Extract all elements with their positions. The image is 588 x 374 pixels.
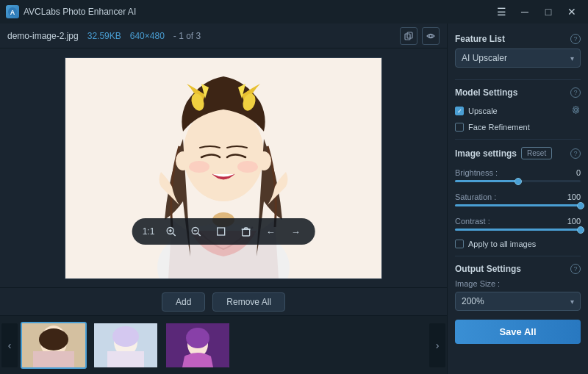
contrast-thumb[interactable]	[577, 226, 584, 234]
upscale-checkbox[interactable]	[455, 107, 464, 115]
maximize-button[interactable]: □	[538, 1, 559, 22]
image-canvas	[65, 57, 382, 279]
feature-list-title: Feature List	[455, 34, 505, 44]
output-size-chevron-icon: ▾	[570, 298, 574, 306]
remove-all-button[interactable]: Remove All	[212, 292, 285, 312]
upscale-row: Upscale	[455, 105, 581, 117]
saturation-thumb[interactable]	[577, 202, 584, 209]
window-controls: ☰ ─ □ ✕	[491, 1, 582, 22]
prev-image-button[interactable]: ←	[262, 223, 279, 240]
close-button[interactable]: ✕	[562, 1, 582, 22]
thumb-image-1	[22, 323, 85, 367]
model-settings-title: Model Settings	[455, 87, 517, 98]
svg-rect-35	[107, 351, 144, 367]
upscale-label: Upscale	[468, 107, 498, 115]
crop-button[interactable]	[212, 223, 229, 240]
minimize-button[interactable]: ─	[514, 1, 535, 22]
divider-2	[455, 139, 581, 140]
strip-prev-button[interactable]: ‹	[1, 323, 18, 367]
reset-button[interactable]: Reset	[521, 147, 552, 159]
output-settings-title: Output Settings	[455, 264, 521, 274]
save-all-button[interactable]: Save All	[455, 320, 581, 344]
svg-point-34	[112, 326, 139, 347]
zoom-label: 1:1	[143, 226, 155, 237]
thumbnail-3[interactable]	[165, 322, 231, 369]
copy-button[interactable]	[400, 27, 417, 45]
divider-1	[455, 79, 581, 80]
svg-text:A: A	[10, 9, 15, 16]
apply-all-row: Apply to all images	[455, 240, 581, 248]
menu-button[interactable]: ☰	[491, 1, 512, 22]
svg-point-39	[575, 109, 578, 112]
image-settings-title: Image settings	[455, 148, 517, 159]
saturation-label: Saturation :	[455, 193, 496, 201]
file-info-bar: demo-image-2.jpg 32.59KB 640×480 - 1 of …	[0, 24, 447, 48]
svg-line-21	[198, 234, 201, 237]
svg-point-4	[429, 35, 432, 37]
view-button[interactable]	[422, 27, 440, 45]
feature-value: AI Upscaler	[462, 53, 507, 63]
brightness-row: Brightness : 0	[455, 168, 581, 184]
apply-all-label: Apply to all images	[468, 240, 536, 248]
app-icon: A	[6, 5, 19, 18]
svg-point-38	[186, 328, 209, 348]
delete-button[interactable]	[237, 223, 254, 240]
main-image	[65, 58, 381, 278]
feature-list-header: Feature List ?	[455, 34, 581, 44]
image-toolbar: 1:1	[132, 218, 315, 245]
output-help-icon[interactable]: ?	[570, 264, 581, 274]
thumb-image-2	[94, 323, 157, 367]
upscale-settings-button[interactable]	[571, 105, 581, 117]
feature-help-icon[interactable]: ?	[570, 34, 581, 44]
divider-3	[455, 256, 581, 256]
contrast-track[interactable]	[455, 229, 581, 231]
thumbnail-2[interactable]	[93, 322, 159, 369]
file-actions	[400, 27, 440, 45]
left-panel: demo-image-2.jpg 32.59KB 640×480 - 1 of …	[0, 24, 447, 374]
saturation-track[interactable]	[455, 204, 581, 206]
strip-next-button[interactable]: ›	[429, 323, 445, 367]
svg-point-11	[189, 161, 209, 173]
svg-point-14	[257, 151, 271, 170]
app-title: AVCLabs Photo Enhancer AI	[24, 7, 491, 17]
svg-point-13	[176, 151, 190, 170]
output-settings-header: Output Settings ?	[455, 264, 581, 274]
file-count: - 1 of 3	[173, 31, 201, 41]
next-image-button[interactable]: →	[287, 223, 304, 240]
face-refinement-checkbox[interactable]	[455, 123, 464, 132]
titlebar: A AVCLabs Photo Enhancer AI ☰ ─ □ ✕	[0, 0, 588, 24]
image-help-icon[interactable]: ?	[570, 148, 581, 159]
image-size-label: Image Size :	[455, 279, 500, 288]
right-panel: Feature List ? AI Upscaler ▾ Model Setti…	[447, 24, 588, 374]
image-settings-header: Image settings Reset ?	[455, 147, 581, 159]
thumbnail-1[interactable]	[21, 322, 87, 369]
svg-rect-23	[242, 229, 249, 236]
thumbnail-strip: ‹	[0, 315, 447, 374]
file-size: 32.59KB	[87, 31, 121, 41]
svg-point-8	[183, 106, 264, 201]
saturation-value: 100	[567, 193, 581, 201]
apply-all-checkbox[interactable]	[455, 240, 464, 248]
saturation-fill	[455, 204, 581, 206]
feature-chevron-icon: ▾	[570, 54, 574, 62]
brightness-thumb[interactable]	[514, 178, 522, 185]
zoom-in-button[interactable]	[162, 223, 179, 240]
saturation-row: Saturation : 100	[455, 193, 581, 208]
feature-select[interactable]: AI Upscaler ▾	[455, 48, 581, 68]
svg-line-18	[173, 234, 176, 237]
brightness-track[interactable]	[455, 180, 581, 182]
model-help-icon[interactable]: ?	[570, 87, 581, 98]
main-layout: demo-image-2.jpg 32.59KB 640×480 - 1 of …	[0, 24, 588, 374]
file-name: demo-image-2.jpg	[7, 31, 79, 41]
bottom-controls: Add Remove All	[0, 287, 447, 315]
svg-rect-22	[217, 228, 224, 235]
brightness-value: 0	[576, 168, 581, 177]
contrast-label: Contrast :	[455, 217, 490, 226]
file-dimensions: 640×480	[130, 31, 165, 41]
add-button[interactable]: Add	[162, 292, 205, 312]
image-area: 1:1	[0, 48, 447, 287]
svg-rect-31	[33, 351, 74, 367]
output-size-select[interactable]: 200% ▾	[455, 292, 581, 311]
zoom-out-button[interactable]	[187, 223, 204, 240]
contrast-row: Contrast : 100	[455, 217, 581, 232]
